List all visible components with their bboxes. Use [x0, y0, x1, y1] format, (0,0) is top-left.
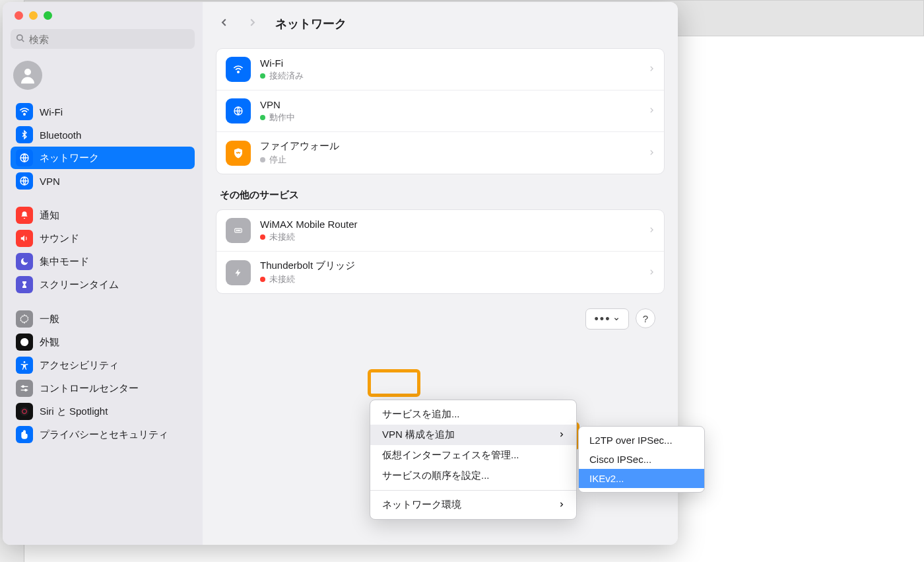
moon-icon: [16, 253, 33, 270]
account-row[interactable]: [11, 59, 195, 100]
help-icon: ?: [643, 313, 648, 324]
footer-controls: ••• ?: [216, 308, 665, 330]
sidebar-item-2-2[interactable]: アクセシビリティ: [11, 354, 195, 376]
accessibility-icon: [16, 357, 33, 374]
submenu-item[interactable]: IKEv2...: [579, 469, 704, 488]
sidebar-item-2-1[interactable]: 外観: [11, 331, 195, 353]
menu-item-label: VPN 構成を追加: [382, 429, 455, 441]
context-menu-item[interactable]: サービスを追加...: [370, 404, 576, 425]
context-menu-item[interactable]: ネットワーク環境: [370, 495, 576, 515]
page-title: ネットワーク: [275, 16, 346, 32]
svg-point-0: [17, 34, 22, 40]
status-dot-icon: [260, 277, 265, 282]
chevron-down-icon: [613, 316, 620, 322]
network-row[interactable]: Wi-Fi接続済み: [216, 49, 664, 90]
submenu-item[interactable]: L2TP over IPSec...: [579, 431, 704, 450]
other-services-group: WiMAX Mobile Router未接続Thunderbolt ブリッジ未接…: [216, 209, 665, 294]
svg-point-3: [24, 114, 25, 115]
chevron-right-icon: [648, 264, 655, 281]
bell-icon: [16, 207, 33, 224]
sidebar-item-1-3[interactable]: スクリーンタイム: [11, 273, 195, 296]
chevron-right-icon: [648, 61, 655, 78]
help-button[interactable]: ?: [636, 308, 655, 328]
row-title: Thunderbolt ブリッジ: [260, 260, 355, 272]
chevron-right-icon: [648, 145, 655, 162]
more-menu-button[interactable]: •••: [585, 308, 629, 330]
context-menu-item[interactable]: 仮想インターフェイスを管理...: [370, 445, 576, 466]
shield-icon: [226, 141, 251, 166]
svg-point-2: [24, 69, 31, 75]
hourglass-icon: [16, 276, 33, 293]
row-title: WiMAX Mobile Router: [260, 219, 358, 230]
zoom-button[interactable]: [44, 11, 52, 20]
sidebar-item-2-3[interactable]: コントロールセンター: [11, 377, 195, 400]
vpn-submenu: L2TP over IPSec...Cisco IPSec...IKEv2...: [578, 426, 705, 493]
sidebar-item-label: コントロールセンター: [40, 382, 139, 395]
svg-point-18: [236, 230, 237, 230]
sidebar-item-1-1[interactable]: サウンド: [11, 227, 195, 250]
sidebar: Wi-FiBluetoothネットワークVPN 通知サウンド集中モードスクリーン…: [3, 2, 203, 545]
sidebar-item-0-2[interactable]: ネットワーク: [11, 147, 195, 169]
row-status: 未接続: [260, 273, 355, 285]
context-menu: サービスを追加...VPN 構成を追加仮想インターフェイスを管理...サービスの…: [370, 400, 577, 520]
network-row[interactable]: ファイアウォール停止: [216, 131, 664, 174]
svg-point-20: [240, 230, 240, 230]
row-status: 停止: [260, 154, 339, 166]
sidebar-item-label: アクセシビリティ: [40, 359, 119, 372]
menu-separator: [370, 490, 576, 491]
sidebar-item-label: プライバシーとセキュリティ: [40, 429, 168, 441]
sidebar-item-label: スクリーンタイム: [40, 279, 119, 291]
row-status: 未接続: [260, 231, 358, 243]
context-menu-item[interactable]: サービスの順序を設定...: [370, 466, 576, 486]
sidebar-item-2-5[interactable]: プライバシーとセキュリティ: [11, 423, 195, 446]
network-row[interactable]: VPN動作中: [216, 90, 664, 131]
svg-point-6: [23, 318, 26, 320]
hand-icon: [16, 426, 33, 443]
sidebar-group-general: 一般外観アクセシビリティコントロールセンターSiri と Spotlightプラ…: [11, 308, 195, 446]
sidebar-item-label: ネットワーク: [40, 152, 99, 164]
chevron-right-icon: [558, 499, 564, 510]
thunderbolt-icon: [226, 260, 251, 285]
submenu-item[interactable]: Cisco IPSec...: [579, 450, 704, 469]
sidebar-item-0-3[interactable]: VPN: [11, 170, 195, 192]
globe-icon: [16, 149, 33, 166]
context-menu-item[interactable]: VPN 構成を追加: [370, 425, 576, 445]
sidebar-item-2-4[interactable]: Siri と Spotlight: [11, 400, 195, 423]
minimize-button[interactable]: [29, 11, 38, 20]
sidebar-item-label: Wi-Fi: [40, 106, 63, 118]
sidebar-group-notifications: 通知サウンド集中モードスクリーンタイム: [11, 204, 195, 296]
gear-icon: [16, 310, 33, 328]
close-button[interactable]: [15, 11, 23, 20]
network-row[interactable]: Thunderbolt ブリッジ未接続: [216, 251, 664, 293]
menu-item-label: 仮想インターフェイスを管理...: [382, 449, 519, 462]
menu-item-label: サービスの順序を設定...: [382, 470, 490, 482]
sidebar-item-label: 集中モード: [40, 256, 89, 268]
sidebar-item-label: サウンド: [40, 232, 79, 245]
sidebar-item-0-0[interactable]: Wi-Fi: [11, 100, 195, 123]
chevron-right-icon: [648, 102, 655, 120]
network-row[interactable]: WiMAX Mobile Router未接続: [216, 210, 664, 251]
row-title: VPN: [260, 99, 295, 110]
globe-icon: [16, 172, 33, 190]
menu-item-label: サービスを追加...: [382, 408, 460, 421]
control-icon: [16, 380, 33, 397]
back-button[interactable]: [216, 17, 233, 32]
svg-point-13: [20, 407, 28, 415]
row-status: 接続済み: [260, 70, 304, 82]
row-title: ファイアウォール: [260, 140, 339, 153]
sidebar-item-1-0[interactable]: 通知: [11, 204, 195, 227]
search-icon: [16, 34, 25, 45]
sidebar-item-label: Bluetooth: [40, 129, 81, 141]
sidebar-item-2-0[interactable]: 一般: [11, 308, 195, 330]
menu-item-label: ネットワーク環境: [382, 499, 461, 511]
search-field[interactable]: [11, 29, 195, 49]
forward-button[interactable]: [244, 17, 261, 32]
ellipsis-icon: •••: [595, 316, 611, 322]
search-input[interactable]: [29, 34, 189, 45]
chevron-right-icon: [648, 222, 655, 239]
siri-icon: [16, 403, 33, 420]
main-header: ネットワーク: [216, 9, 665, 39]
sidebar-item-1-2[interactable]: 集中モード: [11, 250, 195, 273]
globe-icon: [226, 98, 251, 123]
sidebar-item-0-1[interactable]: Bluetooth: [11, 123, 195, 146]
